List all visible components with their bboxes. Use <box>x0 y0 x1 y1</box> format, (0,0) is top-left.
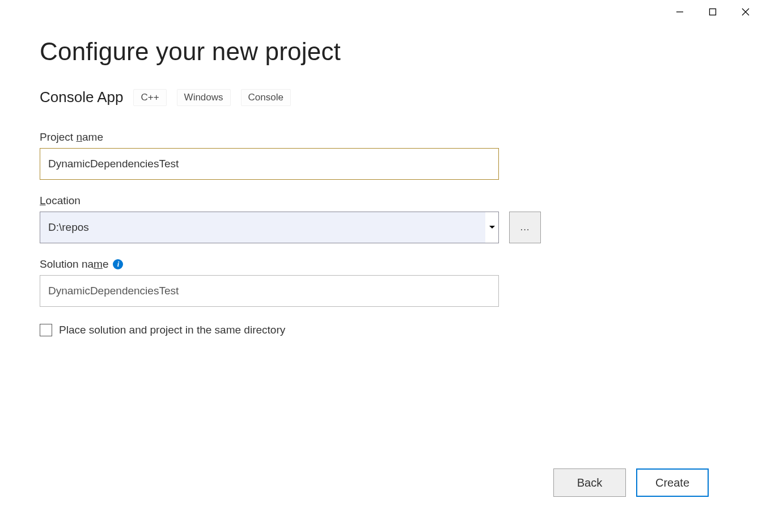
minimize-icon <box>676 8 684 16</box>
tag-console: Console <box>241 89 291 106</box>
tag-windows: Windows <box>177 89 231 106</box>
close-icon <box>742 8 750 16</box>
close-button[interactable] <box>729 3 762 20</box>
footer-buttons: Back Create <box>553 468 709 497</box>
solution-name-input[interactable] <box>40 275 499 307</box>
same-directory-label: Place solution and project in the same d… <box>59 324 285 336</box>
back-button[interactable]: Back <box>553 468 626 497</box>
minimize-button[interactable] <box>663 3 696 20</box>
location-label: Location <box>40 195 722 207</box>
template-name: Console App <box>40 88 123 106</box>
titlebar <box>663 0 762 23</box>
same-directory-checkbox[interactable] <box>40 324 52 336</box>
maximize-icon <box>709 8 717 16</box>
svg-rect-1 <box>710 9 716 15</box>
location-value: D:\repos <box>40 221 485 234</box>
project-name-input[interactable] <box>40 148 499 180</box>
chevron-down-icon <box>485 212 498 243</box>
tag-cpp: C++ <box>133 89 166 106</box>
same-directory-row: Place solution and project in the same d… <box>40 324 722 336</box>
page-title: Configure your new project <box>40 37 722 66</box>
location-combo[interactable]: D:\repos <box>40 212 499 243</box>
create-button[interactable]: Create <box>636 468 709 497</box>
template-row: Console App C++ Windows Console <box>40 88 722 106</box>
project-name-label: Project name <box>40 131 722 143</box>
content-area: Configure your new project Console App C… <box>0 0 762 336</box>
browse-button[interactable]: ... <box>509 212 541 243</box>
info-icon[interactable]: i <box>113 259 123 269</box>
solution-name-label: Solution name i <box>40 258 722 271</box>
maximize-button[interactable] <box>696 3 729 20</box>
location-row: D:\repos ... <box>40 212 722 243</box>
